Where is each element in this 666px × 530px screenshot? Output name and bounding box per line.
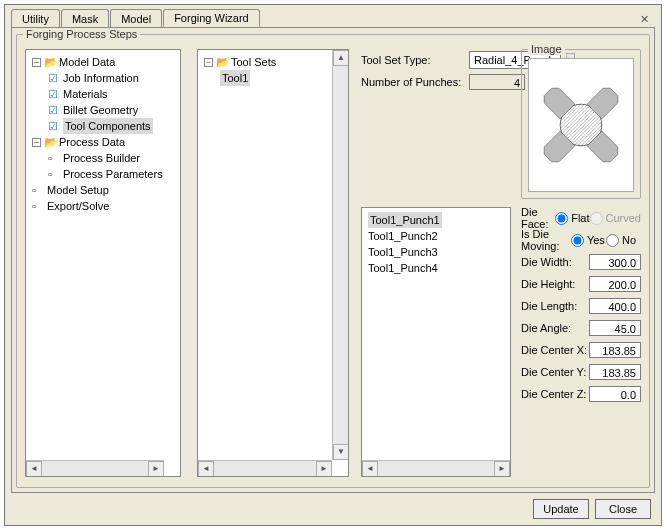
collapse-icon[interactable]: − (204, 58, 213, 67)
die-center-z-input[interactable]: 0.0 (589, 386, 641, 402)
node-label: Materials (63, 86, 108, 102)
close-button[interactable]: Close (595, 499, 651, 519)
tree-punches[interactable]: Tool1_Punch1 Tool1_Punch2 Tool1_Punch3 T… (361, 207, 511, 477)
node-label: Tool Sets (231, 54, 276, 70)
node-label: Tool1_Punch4 (368, 260, 438, 276)
tree-content: Tool1_Punch1 Tool1_Punch2 Tool1_Punch3 T… (362, 208, 510, 460)
die-face-label: Die Face: (521, 206, 555, 230)
scrollbar-horizontal[interactable]: ◄► (198, 460, 332, 476)
radio-die-moving-no[interactable]: No (606, 234, 641, 247)
tab-label: Model (121, 13, 151, 25)
tree-content: −📂Model Data ☑Job Information ☑Materials… (26, 50, 180, 460)
node-label: Tool1_Punch1 (368, 212, 442, 228)
die-width-input[interactable]: 300.0 (589, 254, 641, 270)
dialog-buttons: Update Close (533, 499, 651, 519)
radio-label: No (622, 234, 636, 246)
tab-model[interactable]: Model (110, 9, 162, 27)
tab-label: Utility (22, 13, 49, 25)
tree-node-process-builder[interactable]: ▫Process Builder (28, 150, 178, 166)
die-height-input[interactable]: 200.0 (589, 276, 641, 292)
update-button[interactable]: Update (533, 499, 589, 519)
tabstrip: Utility Mask Model Forging Wizard (11, 9, 661, 27)
die-center-y-input[interactable]: 183.85 (589, 364, 641, 380)
tree-node-punch3[interactable]: Tool1_Punch3 (364, 244, 508, 260)
die-angle-input[interactable]: 45.0 (589, 320, 641, 336)
tab-label: Mask (72, 13, 98, 25)
die-angle-label: Die Angle: (521, 322, 589, 334)
die-center-z-label: Die Center Z: (521, 388, 589, 400)
scrollbar-horizontal[interactable]: ◄► (26, 460, 164, 476)
collapse-icon[interactable]: − (32, 58, 41, 67)
tree-node-export-solve[interactable]: ▫Export/Solve (28, 198, 178, 214)
tree-node-punch1[interactable]: Tool1_Punch1 (364, 212, 508, 228)
scroll-left-icon[interactable]: ◄ (198, 461, 214, 477)
scroll-right-icon[interactable]: ► (148, 461, 164, 477)
die-center-x-input[interactable]: 183.85 (589, 342, 641, 358)
num-punches-label: Number of Punches: (361, 76, 465, 88)
scrollbar-horizontal[interactable]: ◄► (362, 460, 510, 476)
tree-node-materials[interactable]: ☑Materials (28, 86, 178, 102)
scroll-up-icon[interactable]: ▲ (333, 50, 349, 66)
tree-tool-sets[interactable]: −📂Tool Sets Tool1 ▲▼ ◄► (197, 49, 349, 477)
tree-node-punch2[interactable]: Tool1_Punch2 (364, 228, 508, 244)
check-icon: ☑ (48, 102, 60, 118)
folder-icon: 📂 (44, 134, 56, 150)
page-icon: ▫ (48, 150, 60, 166)
node-label: Process Parameters (63, 166, 163, 182)
node-label: Process Data (59, 134, 125, 150)
tab-utility[interactable]: Utility (11, 9, 60, 27)
scroll-right-icon[interactable]: ► (316, 461, 332, 477)
tab-mask[interactable]: Mask (61, 9, 109, 27)
die-parameters: Die Face: Flat Curved Is Die Moving: Yes… (521, 207, 641, 405)
scroll-left-icon[interactable]: ◄ (26, 461, 42, 477)
die-length-input[interactable]: 400.0 (589, 298, 641, 314)
tree-node-billet-geometry[interactable]: ☑Billet Geometry (28, 102, 178, 118)
node-label: Export/Solve (47, 198, 109, 214)
die-center-y-label: Die Center Y: (521, 366, 589, 378)
page-icon: ▫ (32, 182, 44, 198)
die-center-x-label: Die Center X: (521, 344, 589, 356)
tree-content: −📂Tool Sets Tool1 (198, 50, 332, 460)
tab-panel: Forging Process Steps −📂Model Data ☑Job … (11, 27, 655, 493)
tab-label: Forging Wizard (174, 12, 249, 24)
scroll-left-icon[interactable]: ◄ (362, 461, 378, 477)
forging-process-steps-group: Forging Process Steps −📂Model Data ☑Job … (16, 34, 650, 488)
scroll-right-icon[interactable]: ► (494, 461, 510, 477)
radio-label: Flat (571, 212, 589, 224)
num-punches-value: 4 (469, 74, 525, 90)
collapse-icon[interactable]: − (32, 138, 41, 147)
radio-die-face-flat[interactable]: Flat (555, 212, 589, 225)
node-label: Model Data (59, 54, 115, 70)
tree-node-punch4[interactable]: Tool1_Punch4 (364, 260, 508, 276)
node-label: Process Builder (63, 150, 140, 166)
tree-node-process-parameters[interactable]: ▫Process Parameters (28, 166, 178, 182)
node-label: Tool1 (220, 70, 250, 86)
node-label: Tool1_Punch3 (368, 244, 438, 260)
radio-label: Yes (587, 234, 605, 246)
page-icon: ▫ (32, 198, 44, 214)
folder-icon: 📂 (216, 54, 228, 70)
folder-icon: 📂 (44, 54, 56, 70)
scrollbar-vertical[interactable]: ▲▼ (332, 50, 348, 460)
die-height-label: Die Height: (521, 278, 589, 290)
scroll-down-icon[interactable]: ▼ (333, 444, 349, 460)
die-length-label: Die Length: (521, 300, 589, 312)
tree-node-model-data[interactable]: −📂Model Data (28, 54, 178, 70)
tab-forging-wizard[interactable]: Forging Wizard (163, 9, 260, 27)
tree-process-steps[interactable]: −📂Model Data ☑Job Information ☑Materials… (25, 49, 181, 477)
tree-node-tool-sets[interactable]: −📂Tool Sets (200, 54, 330, 70)
node-label: Tool Components (63, 118, 153, 134)
tree-node-job-information[interactable]: ☑Job Information (28, 70, 178, 86)
dialog-frame: ✕ Utility Mask Model Forging Wizard Forg… (4, 4, 662, 526)
group-label: Forging Process Steps (23, 28, 140, 40)
radio-die-face-curved: Curved (590, 212, 641, 225)
node-label: Model Setup (47, 182, 109, 198)
check-icon: ☑ (48, 86, 60, 102)
die-width-label: Die Width: (521, 256, 589, 268)
tree-node-process-data[interactable]: −📂Process Data (28, 134, 178, 150)
tree-node-tool1[interactable]: Tool1 (200, 70, 330, 86)
tree-node-model-setup[interactable]: ▫Model Setup (28, 182, 178, 198)
tree-node-tool-components[interactable]: ☑Tool Components (28, 118, 178, 134)
radio-die-moving-yes[interactable]: Yes (571, 234, 606, 247)
check-icon: ☑ (48, 70, 60, 86)
